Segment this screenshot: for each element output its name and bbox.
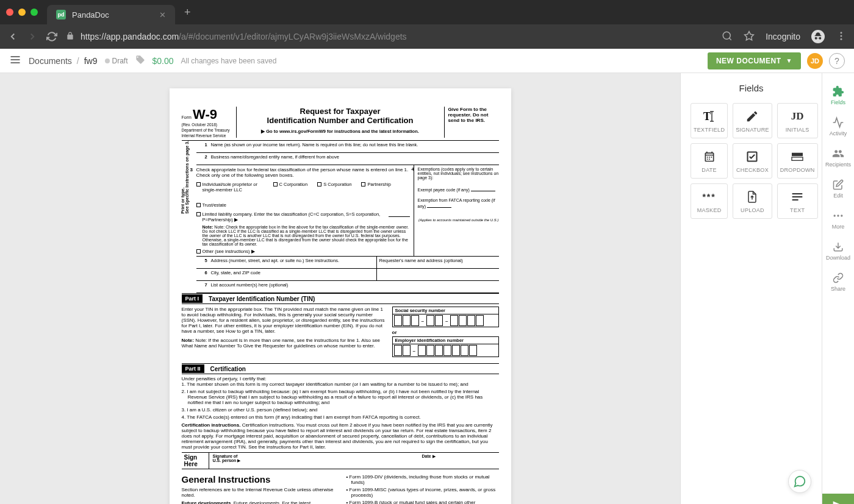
w9-instructions: General Instructions Section references … <box>182 474 499 504</box>
signature-icon <box>745 110 759 123</box>
w9-ein-box: Employer identification number – <box>392 336 499 357</box>
help-button[interactable]: ? <box>829 53 845 69</box>
w9-bullet: Form 1099-DIV (dividends, including thos… <box>346 474 499 485</box>
fields-grid: T TEXTFIELD SIGNATURE JD INITIALS DATE C… <box>691 103 812 219</box>
field-dropdown[interactable]: DROPDOWN <box>777 143 818 179</box>
rail-download[interactable]: Download <box>822 236 854 266</box>
svg-point-3 <box>841 38 842 40</box>
search-icon[interactable] <box>722 30 733 43</box>
draft-dot-icon <box>105 59 110 63</box>
chevron-down-icon: ▼ <box>786 57 792 64</box>
field-masked[interactable]: *** MASKED <box>691 183 728 219</box>
rail-edit[interactable]: Edit <box>822 174 854 204</box>
rail-more[interactable]: More <box>822 205 854 235</box>
w9-dept2: Internal Revenue Service <box>182 133 232 138</box>
field-date[interactable]: DATE <box>691 143 728 179</box>
breadcrumb-separator: / <box>77 56 79 66</box>
send-button[interactable]: Send <box>822 494 854 504</box>
field-label: TEXTFIELD <box>694 127 725 133</box>
w9-check-individual: Individual/sole proprietor or single-mem… <box>196 182 264 193</box>
field-label: TEXT <box>790 207 805 213</box>
w9-line-6: 6City, state, and ZIP code <box>196 269 499 281</box>
w9-perjury: Under penalties of perjury, I certify th… <box>182 376 499 382</box>
user-avatar[interactable]: JD <box>807 53 823 69</box>
w9-part1-note: Note: Note: If the account is in more th… <box>182 338 386 349</box>
svg-rect-13 <box>792 157 803 160</box>
field-checkbox[interactable]: CHECKBOX <box>733 143 772 179</box>
svg-rect-12 <box>792 153 803 156</box>
browser-menu-icon[interactable] <box>836 30 847 43</box>
svg-point-1 <box>841 32 842 34</box>
rail-share[interactable]: Share <box>822 267 854 297</box>
breadcrumb: Documents / fw9 <box>29 56 98 66</box>
send-icon <box>832 500 844 504</box>
document-canvas[interactable]: Form W-9 (Rev. October 2018) Department … <box>0 73 680 504</box>
w9-signature-of: Signature ofU.S. person ▶ <box>213 454 422 467</box>
field-upload[interactable]: UPLOAD <box>733 183 772 219</box>
close-window-button[interactable] <box>6 9 13 16</box>
w9-form-number: W-9 <box>193 107 217 122</box>
w9-or: or <box>392 330 499 335</box>
field-initials[interactable]: JD INITIALS <box>777 103 818 138</box>
minimize-window-button[interactable] <box>18 9 26 16</box>
w9-line-7: 7List account number(s) here (optional) <box>196 281 499 293</box>
rail-label: More <box>832 224 845 230</box>
w9-title1: Request for Taxpayer <box>242 107 439 116</box>
w9-give-form: Give Form to the requester. Do not send … <box>444 107 499 138</box>
breadcrumb-root[interactable]: Documents <box>29 56 72 66</box>
w9-gi-p2: Future developments. Future developments… <box>182 500 334 504</box>
w9-bullet: Form 1099-MISC (various types of income,… <box>346 487 499 498</box>
field-textfield[interactable]: T TEXTFIELD <box>691 103 728 138</box>
new-document-button[interactable]: NEW DOCUMENT ▼ <box>708 52 801 69</box>
masked-icon: *** <box>702 190 716 204</box>
w9-exempt-payee: Exempt payee code (if any) <box>418 186 499 192</box>
more-icon <box>832 210 844 222</box>
w9-check-trust: Trust/estate <box>196 202 226 208</box>
w9-revision: (Rev. October 2018) <box>182 122 232 127</box>
w9-1099-list: Form 1099-DIV (dividends, including thos… <box>346 474 499 504</box>
w9-lines: Print or type.See Specific Instructions … <box>182 141 499 293</box>
document-page[interactable]: Form W-9 (Rev. October 2018) Department … <box>170 88 511 504</box>
w9-check-partnership: Partnership <box>361 182 390 193</box>
url-host: https://app.pandadoc.com/a/#/document/v1… <box>81 32 407 41</box>
svg-point-19 <box>841 215 842 216</box>
back-button[interactable] <box>7 31 18 42</box>
url-bar[interactable]: https://app.pandadoc.com/a/#/document/v1… <box>66 32 713 42</box>
breadcrumb-current[interactable]: fw9 <box>84 56 98 66</box>
rail-activity[interactable]: Activity <box>822 112 854 141</box>
main-area: Form W-9 (Rev. October 2018) Department … <box>0 73 854 504</box>
w9-line-3-4: 3Check appropriate box for federal tax c… <box>196 165 499 257</box>
w9-part2-header: Part II Certification <box>182 363 499 374</box>
reload-button[interactable] <box>46 31 57 42</box>
chat-support-button[interactable] <box>788 470 811 493</box>
date-icon <box>703 150 716 163</box>
w9-cert-item: 1. The number shown on this form is my c… <box>182 382 499 387</box>
new-tab-button[interactable]: + <box>184 6 191 19</box>
menu-button[interactable] <box>9 54 21 68</box>
w9-goto: ▶ Go to www.irs.gov/FormW9 for instructi… <box>242 129 439 134</box>
field-text[interactable]: TEXT <box>777 183 818 219</box>
browser-tab[interactable]: pd PandaDoc ✕ <box>47 5 175 24</box>
rail-recipients[interactable]: Recipients <box>822 143 854 172</box>
svg-point-17 <box>834 215 836 216</box>
download-icon <box>833 241 844 253</box>
share-icon <box>833 272 844 284</box>
forward-button[interactable] <box>27 31 38 42</box>
w9-sign-here: SignHere <box>182 453 209 469</box>
save-status: All changes have been saved <box>181 57 277 65</box>
tag-icon[interactable] <box>135 55 145 66</box>
document-price[interactable]: $0.00 <box>152 56 174 66</box>
w9-cert-item: 3. I am a U.S. citizen or other U.S. per… <box>182 407 499 413</box>
bookmark-icon[interactable] <box>744 30 755 43</box>
field-label: SIGNATURE <box>736 127 769 133</box>
field-label: UPLOAD <box>741 207 764 213</box>
maximize-window-button[interactable] <box>30 9 38 16</box>
incognito-label: Incognito <box>766 32 800 41</box>
field-signature[interactable]: SIGNATURE <box>733 103 772 138</box>
incognito-icon[interactable] <box>811 30 825 43</box>
close-tab-icon[interactable]: ✕ <box>159 10 166 20</box>
rail-fields[interactable]: Fields <box>822 80 854 110</box>
text-icon <box>791 190 803 204</box>
w9-check-scorp: S Corporation <box>317 182 351 193</box>
w9-fatca: Exemption from FATCA reporting code (if … <box>418 198 499 208</box>
